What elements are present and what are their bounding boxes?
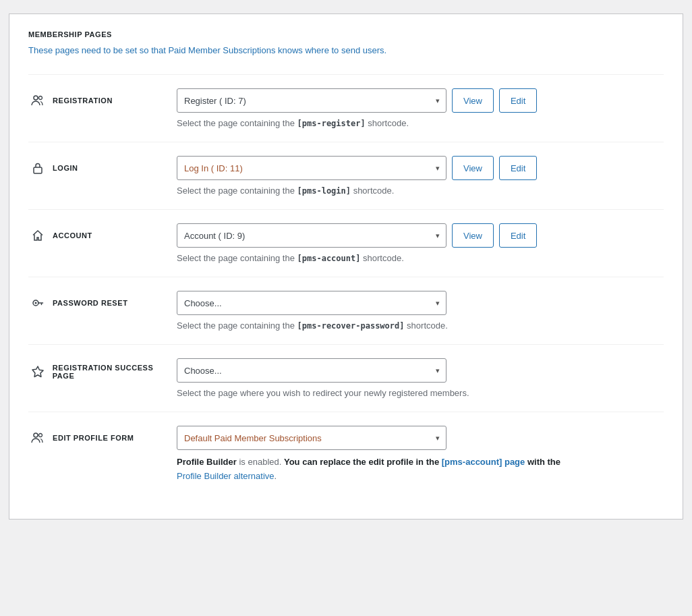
- registration-success-select[interactable]: Choose...: [177, 358, 446, 383]
- login-row: LOGIN Log In ( ID: 11) ▾ View Edit Selec…: [28, 142, 664, 209]
- key-icon: [28, 296, 47, 310]
- password-reset-shortcode: [pms-recover-password]: [297, 321, 405, 331]
- account-controls: Account ( ID: 9) ▾ View Edit: [177, 223, 664, 248]
- svg-point-0: [34, 96, 38, 100]
- edit-profile-people-icon: [28, 431, 47, 445]
- password-reset-row: PASSWORD RESET Choose... ▾ Select the pa…: [28, 277, 664, 344]
- people-icon: [28, 94, 47, 107]
- password-reset-label: PASSWORD RESET: [53, 299, 127, 307]
- star-icon: [28, 365, 47, 379]
- svg-point-4: [35, 302, 37, 304]
- profile-builder-alternative-link[interactable]: Profile Builder alternative: [177, 471, 275, 481]
- registration-label-area: REGISTRATION: [28, 88, 177, 107]
- login-hint: Select the page containing the [pms-logi…: [177, 186, 664, 196]
- account-row: ACCOUNT Account ( ID: 9) ▾ View Edit Sel…: [28, 209, 664, 277]
- registration-edit-button[interactable]: Edit: [499, 88, 537, 113]
- svg-point-1: [39, 96, 42, 100]
- account-shortcode: [pms-account]: [297, 254, 361, 263]
- registration-success-label-area: REGISTRATION SUCCESS PAGE: [28, 358, 177, 380]
- edit-profile-form-select[interactable]: Default Paid Member Subscriptions: [177, 426, 446, 450]
- edit-profile-form-label-area: EDIT PROFILE FORM: [28, 426, 177, 445]
- login-select[interactable]: Log In ( ID: 11): [177, 156, 446, 180]
- login-shortcode: [pms-login]: [297, 186, 351, 196]
- password-reset-select[interactable]: Choose...: [177, 291, 446, 315]
- password-reset-select-wrap: Choose... ▾: [177, 291, 446, 315]
- account-content: Account ( ID: 9) ▾ View Edit Select the …: [177, 223, 664, 263]
- registration-success-content: Choose... ▾ Select the page where you wi…: [177, 358, 664, 398]
- lock-icon: [28, 161, 47, 175]
- home-icon: [28, 229, 47, 242]
- login-content: Log In ( ID: 11) ▾ View Edit Select the …: [177, 156, 664, 196]
- account-select-wrap: Account ( ID: 9) ▾: [177, 223, 446, 248]
- registration-label: REGISTRATION: [53, 96, 113, 105]
- registration-hint: Select the page containing the [pms-regi…: [177, 118, 664, 128]
- registration-controls: Register ( ID: 7) ▾ View Edit: [177, 88, 664, 113]
- account-edit-button[interactable]: Edit: [499, 223, 537, 248]
- registration-shortcode: [pms-register]: [297, 119, 366, 128]
- edit-profile-form-label: EDIT PROFILE FORM: [53, 434, 134, 442]
- login-controls: Log In ( ID: 11) ▾ View Edit: [177, 156, 664, 180]
- login-edit-button[interactable]: Edit: [499, 156, 537, 180]
- account-select[interactable]: Account ( ID: 9): [177, 223, 446, 248]
- pms-account-link[interactable]: [pms-account] page: [442, 457, 525, 467]
- membership-pages-section: MEMBERSHIP PAGES These pages need to be …: [9, 13, 683, 520]
- section-title: MEMBERSHIP PAGES: [28, 30, 664, 38]
- login-select-wrap: Log In ( ID: 11) ▾: [177, 156, 446, 180]
- registration-row: REGISTRATION Register ( ID: 7) ▾ View Ed…: [28, 74, 664, 142]
- svg-point-6: [39, 434, 42, 437]
- registration-success-label: REGISTRATION SUCCESS PAGE: [53, 364, 177, 380]
- section-description: These pages need to be set so that Paid …: [28, 45, 664, 55]
- registration-select-wrap: Register ( ID: 7) ▾: [177, 88, 446, 113]
- registration-success-row: REGISTRATION SUCCESS PAGE Choose... ▾ Se…: [28, 344, 664, 412]
- registration-content: Register ( ID: 7) ▾ View Edit Select the…: [177, 88, 664, 128]
- login-label-area: LOGIN: [28, 156, 177, 175]
- account-label: ACCOUNT: [53, 231, 92, 240]
- profile-builder-strong: Profile Builder: [177, 457, 237, 467]
- registration-view-button[interactable]: View: [452, 88, 494, 113]
- edit-profile-form-controls: Default Paid Member Subscriptions ▾: [177, 426, 664, 450]
- registration-success-select-wrap: Choose... ▾: [177, 358, 446, 383]
- profile-builder-notice-strong2: You can replace the edit profile in the …: [284, 457, 560, 467]
- edit-profile-form-select-wrap: Default Paid Member Subscriptions ▾: [177, 426, 446, 450]
- login-label: LOGIN: [53, 164, 78, 172]
- password-reset-controls: Choose... ▾: [177, 291, 664, 315]
- password-reset-hint: Select the page containing the [pms-reco…: [177, 320, 664, 331]
- profile-builder-notice: Profile Builder is enabled. You can repl…: [177, 455, 664, 484]
- password-reset-label-area: PASSWORD RESET: [28, 291, 177, 310]
- login-view-button[interactable]: View: [452, 156, 494, 180]
- registration-success-controls: Choose... ▾: [177, 358, 664, 383]
- registration-success-hint: Select the page where you wish to redire…: [177, 388, 664, 398]
- account-view-button[interactable]: View: [452, 223, 494, 248]
- account-hint: Select the page containing the [pms-acco…: [177, 253, 664, 263]
- edit-profile-form-row: EDIT PROFILE FORM Default Paid Member Su…: [28, 412, 664, 497]
- svg-point-5: [34, 433, 38, 437]
- account-label-area: ACCOUNT: [28, 223, 177, 242]
- svg-rect-2: [34, 167, 42, 173]
- registration-select[interactable]: Register ( ID: 7): [177, 88, 446, 113]
- password-reset-content: Choose... ▾ Select the page containing t…: [177, 291, 664, 331]
- edit-profile-form-content: Default Paid Member Subscriptions ▾ Prof…: [177, 426, 664, 484]
